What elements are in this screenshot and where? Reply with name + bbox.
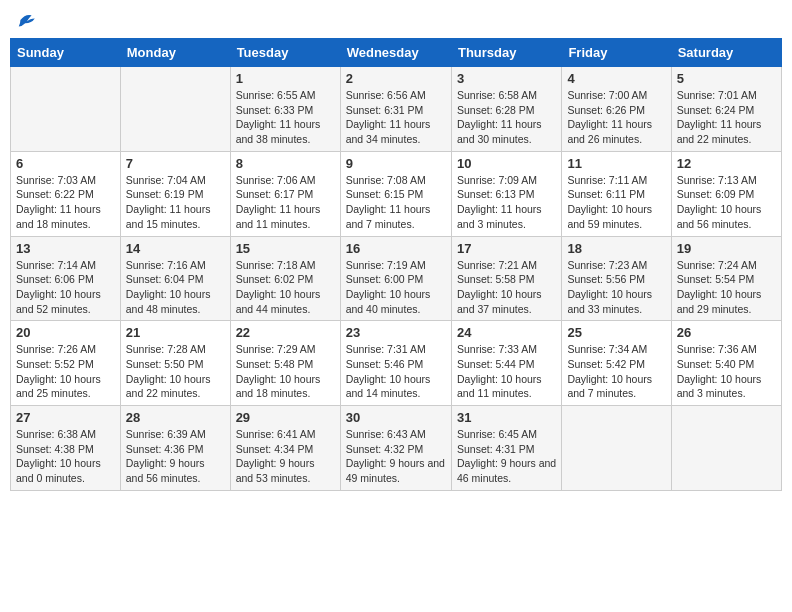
calendar-cell	[671, 406, 781, 491]
page-header	[10, 10, 782, 30]
day-info: Sunrise: 7:23 AM Sunset: 5:56 PM Dayligh…	[567, 258, 665, 317]
calendar-table: SundayMondayTuesdayWednesdayThursdayFrid…	[10, 38, 782, 491]
day-number: 2	[346, 71, 446, 86]
calendar-cell: 25Sunrise: 7:34 AM Sunset: 5:42 PM Dayli…	[562, 321, 671, 406]
day-number: 9	[346, 156, 446, 171]
calendar-cell: 2Sunrise: 6:56 AM Sunset: 6:31 PM Daylig…	[340, 67, 451, 152]
day-info: Sunrise: 6:45 AM Sunset: 4:31 PM Dayligh…	[457, 427, 556, 486]
day-info: Sunrise: 7:11 AM Sunset: 6:11 PM Dayligh…	[567, 173, 665, 232]
calendar-cell: 15Sunrise: 7:18 AM Sunset: 6:02 PM Dayli…	[230, 236, 340, 321]
day-info: Sunrise: 7:26 AM Sunset: 5:52 PM Dayligh…	[16, 342, 115, 401]
day-info: Sunrise: 7:31 AM Sunset: 5:46 PM Dayligh…	[346, 342, 446, 401]
calendar-cell: 5Sunrise: 7:01 AM Sunset: 6:24 PM Daylig…	[671, 67, 781, 152]
day-number: 12	[677, 156, 776, 171]
day-info: Sunrise: 7:24 AM Sunset: 5:54 PM Dayligh…	[677, 258, 776, 317]
calendar-cell: 14Sunrise: 7:16 AM Sunset: 6:04 PM Dayli…	[120, 236, 230, 321]
calendar-cell: 1Sunrise: 6:55 AM Sunset: 6:33 PM Daylig…	[230, 67, 340, 152]
day-info: Sunrise: 6:43 AM Sunset: 4:32 PM Dayligh…	[346, 427, 446, 486]
day-info: Sunrise: 7:29 AM Sunset: 5:48 PM Dayligh…	[236, 342, 335, 401]
calendar-cell: 16Sunrise: 7:19 AM Sunset: 6:00 PM Dayli…	[340, 236, 451, 321]
calendar-cell: 17Sunrise: 7:21 AM Sunset: 5:58 PM Dayli…	[451, 236, 561, 321]
calendar-cell	[11, 67, 121, 152]
calendar-cell: 19Sunrise: 7:24 AM Sunset: 5:54 PM Dayli…	[671, 236, 781, 321]
day-number: 13	[16, 241, 115, 256]
calendar-week-row: 6Sunrise: 7:03 AM Sunset: 6:22 PM Daylig…	[11, 151, 782, 236]
day-info: Sunrise: 6:58 AM Sunset: 6:28 PM Dayligh…	[457, 88, 556, 147]
day-number: 30	[346, 410, 446, 425]
calendar-week-row: 27Sunrise: 6:38 AM Sunset: 4:38 PM Dayli…	[11, 406, 782, 491]
day-number: 24	[457, 325, 556, 340]
day-info: Sunrise: 7:06 AM Sunset: 6:17 PM Dayligh…	[236, 173, 335, 232]
calendar-cell: 3Sunrise: 6:58 AM Sunset: 6:28 PM Daylig…	[451, 67, 561, 152]
day-of-week-header: Thursday	[451, 39, 561, 67]
calendar-cell: 29Sunrise: 6:41 AM Sunset: 4:34 PM Dayli…	[230, 406, 340, 491]
day-info: Sunrise: 7:14 AM Sunset: 6:06 PM Dayligh…	[16, 258, 115, 317]
logo	[14, 10, 42, 30]
calendar-cell: 27Sunrise: 6:38 AM Sunset: 4:38 PM Dayli…	[11, 406, 121, 491]
day-info: Sunrise: 7:36 AM Sunset: 5:40 PM Dayligh…	[677, 342, 776, 401]
day-info: Sunrise: 6:56 AM Sunset: 6:31 PM Dayligh…	[346, 88, 446, 147]
day-number: 5	[677, 71, 776, 86]
day-info: Sunrise: 7:28 AM Sunset: 5:50 PM Dayligh…	[126, 342, 225, 401]
day-of-week-header: Saturday	[671, 39, 781, 67]
calendar-cell: 24Sunrise: 7:33 AM Sunset: 5:44 PM Dayli…	[451, 321, 561, 406]
day-of-week-header: Sunday	[11, 39, 121, 67]
calendar-cell	[562, 406, 671, 491]
day-of-week-header: Tuesday	[230, 39, 340, 67]
day-of-week-header: Friday	[562, 39, 671, 67]
day-number: 6	[16, 156, 115, 171]
day-number: 17	[457, 241, 556, 256]
day-of-week-header: Wednesday	[340, 39, 451, 67]
calendar-cell: 13Sunrise: 7:14 AM Sunset: 6:06 PM Dayli…	[11, 236, 121, 321]
calendar-week-row: 1Sunrise: 6:55 AM Sunset: 6:33 PM Daylig…	[11, 67, 782, 152]
day-of-week-header: Monday	[120, 39, 230, 67]
day-number: 27	[16, 410, 115, 425]
day-info: Sunrise: 7:13 AM Sunset: 6:09 PM Dayligh…	[677, 173, 776, 232]
day-info: Sunrise: 7:33 AM Sunset: 5:44 PM Dayligh…	[457, 342, 556, 401]
day-info: Sunrise: 7:16 AM Sunset: 6:04 PM Dayligh…	[126, 258, 225, 317]
calendar-cell: 26Sunrise: 7:36 AM Sunset: 5:40 PM Dayli…	[671, 321, 781, 406]
calendar-week-row: 20Sunrise: 7:26 AM Sunset: 5:52 PM Dayli…	[11, 321, 782, 406]
logo-icon	[14, 10, 38, 30]
calendar-cell: 22Sunrise: 7:29 AM Sunset: 5:48 PM Dayli…	[230, 321, 340, 406]
day-number: 14	[126, 241, 225, 256]
day-number: 20	[16, 325, 115, 340]
day-info: Sunrise: 7:34 AM Sunset: 5:42 PM Dayligh…	[567, 342, 665, 401]
day-number: 22	[236, 325, 335, 340]
day-number: 3	[457, 71, 556, 86]
calendar-cell: 28Sunrise: 6:39 AM Sunset: 4:36 PM Dayli…	[120, 406, 230, 491]
day-number: 11	[567, 156, 665, 171]
day-info: Sunrise: 7:03 AM Sunset: 6:22 PM Dayligh…	[16, 173, 115, 232]
calendar-cell: 12Sunrise: 7:13 AM Sunset: 6:09 PM Dayli…	[671, 151, 781, 236]
day-info: Sunrise: 6:39 AM Sunset: 4:36 PM Dayligh…	[126, 427, 225, 486]
day-info: Sunrise: 7:09 AM Sunset: 6:13 PM Dayligh…	[457, 173, 556, 232]
day-number: 25	[567, 325, 665, 340]
day-number: 7	[126, 156, 225, 171]
day-number: 15	[236, 241, 335, 256]
day-number: 16	[346, 241, 446, 256]
calendar-header-row: SundayMondayTuesdayWednesdayThursdayFrid…	[11, 39, 782, 67]
calendar-cell: 31Sunrise: 6:45 AM Sunset: 4:31 PM Dayli…	[451, 406, 561, 491]
day-info: Sunrise: 6:41 AM Sunset: 4:34 PM Dayligh…	[236, 427, 335, 486]
calendar-cell: 6Sunrise: 7:03 AM Sunset: 6:22 PM Daylig…	[11, 151, 121, 236]
day-number: 10	[457, 156, 556, 171]
day-number: 23	[346, 325, 446, 340]
day-info: Sunrise: 7:00 AM Sunset: 6:26 PM Dayligh…	[567, 88, 665, 147]
calendar-cell: 11Sunrise: 7:11 AM Sunset: 6:11 PM Dayli…	[562, 151, 671, 236]
calendar-cell: 21Sunrise: 7:28 AM Sunset: 5:50 PM Dayli…	[120, 321, 230, 406]
day-number: 31	[457, 410, 556, 425]
day-info: Sunrise: 6:55 AM Sunset: 6:33 PM Dayligh…	[236, 88, 335, 147]
day-info: Sunrise: 7:21 AM Sunset: 5:58 PM Dayligh…	[457, 258, 556, 317]
calendar-cell: 8Sunrise: 7:06 AM Sunset: 6:17 PM Daylig…	[230, 151, 340, 236]
calendar-cell: 4Sunrise: 7:00 AM Sunset: 6:26 PM Daylig…	[562, 67, 671, 152]
day-info: Sunrise: 6:38 AM Sunset: 4:38 PM Dayligh…	[16, 427, 115, 486]
calendar-cell: 10Sunrise: 7:09 AM Sunset: 6:13 PM Dayli…	[451, 151, 561, 236]
day-number: 19	[677, 241, 776, 256]
day-number: 1	[236, 71, 335, 86]
day-number: 21	[126, 325, 225, 340]
day-number: 26	[677, 325, 776, 340]
day-info: Sunrise: 7:01 AM Sunset: 6:24 PM Dayligh…	[677, 88, 776, 147]
calendar-cell: 18Sunrise: 7:23 AM Sunset: 5:56 PM Dayli…	[562, 236, 671, 321]
day-number: 4	[567, 71, 665, 86]
day-info: Sunrise: 7:19 AM Sunset: 6:00 PM Dayligh…	[346, 258, 446, 317]
